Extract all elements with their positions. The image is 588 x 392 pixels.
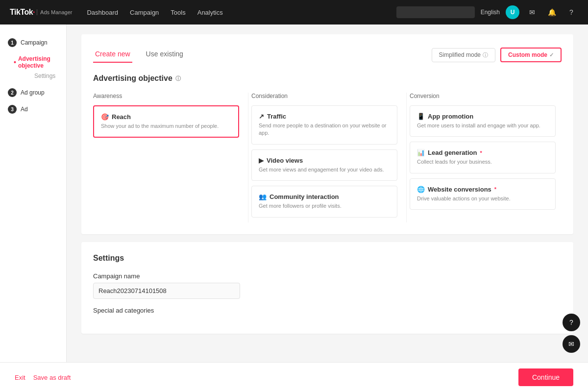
- lead-gen-icon: 📊: [417, 149, 425, 156]
- website-conv-title: 🌐 Website conversions *: [417, 186, 548, 193]
- tab-use-existing[interactable]: Use existing: [144, 46, 185, 63]
- col-divider-1: [248, 93, 248, 222]
- consideration-header: Consideration: [251, 93, 403, 99]
- reach-desc: Show your ad to the maximum number of pe…: [101, 122, 231, 130]
- community-icon: 👥: [259, 193, 267, 200]
- reach-icon: 🎯: [101, 113, 109, 121]
- nav-right: English U ✉ 🔔 ?: [396, 5, 578, 19]
- lead-gen-title: 📊 Lead generation *: [417, 149, 548, 156]
- logo-dot: ·: [33, 8, 35, 16]
- step-label-ad: Ad: [21, 106, 28, 113]
- floating-buttons: ? ✉: [563, 314, 580, 353]
- website-conv-icon: 🌐: [417, 186, 425, 193]
- campaign-name-input[interactable]: [93, 283, 240, 299]
- step-label-adgroup: Ad group: [21, 89, 45, 96]
- settings-title: Settings: [93, 254, 562, 263]
- mode-buttons: Simplified mode ⓘ Custom mode ✓: [432, 48, 562, 62]
- custom-info-icon: ✓: [549, 52, 554, 58]
- step-number-3: 3: [8, 105, 17, 114]
- obj-title-info-icon: ⓘ: [175, 75, 181, 82]
- obj-card-website-conv[interactable]: 🌐 Website conversions * Drive valuable a…: [410, 178, 556, 210]
- obj-card-community[interactable]: 👥 Community interaction Get more followe…: [251, 186, 397, 217]
- consideration-column: Consideration ↗ Traffic Send more people…: [251, 93, 403, 222]
- logo: TikTok· Ads Manager: [10, 8, 72, 17]
- obj-card-lead-gen[interactable]: 📊 Lead generation * Collect leads for yo…: [410, 142, 556, 173]
- simplified-mode-button[interactable]: Simplified mode ⓘ: [432, 48, 495, 62]
- logo-ads-manager: Ads Manager: [37, 9, 72, 15]
- simplified-mode-label: Simplified mode: [439, 51, 481, 58]
- traffic-desc: Send more people to a destination on you…: [259, 122, 390, 137]
- community-desc: Get more followers or profile visits.: [259, 202, 390, 210]
- nav-menu: Dashboard Campaign Tools Analytics: [87, 9, 396, 16]
- website-conv-req-badge: *: [494, 186, 496, 192]
- nav-tools[interactable]: Tools: [171, 9, 185, 16]
- mail-icon[interactable]: ✉: [525, 5, 539, 19]
- tabs: Create new Use existing: [93, 46, 197, 62]
- video-views-title: ▶ Video views: [259, 157, 390, 164]
- sidebar-step-ad[interactable]: 3 Ad: [0, 101, 66, 118]
- help-icon[interactable]: ?: [564, 5, 578, 19]
- video-views-icon: ▶: [259, 157, 264, 164]
- simplified-info-icon: ⓘ: [483, 51, 488, 59]
- special-ad-group: Special ad categories: [93, 307, 562, 314]
- awareness-header: Awareness: [93, 93, 245, 99]
- lead-gen-desc: Collect leads for your business.: [417, 158, 548, 166]
- step-number-1: 1: [8, 38, 17, 47]
- community-title: 👥 Community interaction: [259, 193, 390, 200]
- main-content: Create new Use existing Simplified mode …: [67, 24, 588, 392]
- custom-mode-label: Custom mode: [508, 51, 547, 58]
- continue-button[interactable]: Continue: [518, 368, 573, 386]
- app-body: 1 Campaign Advertising objective Setting…: [0, 24, 588, 392]
- step-label-campaign: Campaign: [21, 39, 48, 46]
- logo-tiktok: TikTok·: [10, 8, 35, 17]
- search-input[interactable]: [396, 6, 475, 18]
- save-draft-button[interactable]: Save as draft: [33, 374, 71, 381]
- tab-create-new[interactable]: Create new: [93, 46, 132, 63]
- reach-title: 🎯 Reach: [101, 113, 231, 121]
- obj-card-reach[interactable]: 🎯 Reach Show your ad to the maximum numb…: [93, 105, 239, 138]
- app-promo-title: 📱 App promotion: [417, 113, 548, 120]
- col-divider-2: [406, 93, 407, 222]
- sidebar-step-campaign[interactable]: 1 Campaign: [0, 34, 66, 51]
- settings-card: Settings Campaign name Special ad catego…: [81, 242, 573, 334]
- conversion-column: Conversion 📱 App promotion Get more user…: [410, 93, 562, 222]
- footer-bar: Exit Save as draft Continue: [0, 362, 588, 392]
- step-number-2: 2: [8, 88, 17, 97]
- traffic-icon: ↗: [259, 113, 264, 120]
- floating-chat-button[interactable]: ✉: [563, 335, 580, 353]
- nav-analytics[interactable]: Analytics: [197, 9, 223, 16]
- sidebar-sub-campaign: Advertising objective Settings: [0, 51, 66, 84]
- tabs-mode-row: Create new Use existing Simplified mode …: [93, 46, 562, 62]
- app-promo-icon: 📱: [417, 113, 425, 120]
- conversion-header: Conversion: [410, 93, 562, 99]
- video-views-desc: Get more views and engagement for your v…: [259, 166, 390, 173]
- sidebar-item-settings[interactable]: Settings: [14, 71, 58, 81]
- custom-mode-button[interactable]: Custom mode ✓: [500, 48, 562, 62]
- campaign-name-label: Campaign name: [93, 272, 562, 280]
- app-promo-desc: Get more users to install and engage wit…: [417, 122, 548, 129]
- avatar[interactable]: U: [506, 5, 519, 19]
- advertising-objective-title: Advertising objective ⓘ: [93, 74, 562, 83]
- objective-columns: Awareness 🎯 Reach Show your ad to the ma…: [93, 93, 562, 222]
- bell-icon[interactable]: 🔔: [545, 5, 559, 19]
- campaign-name-group: Campaign name: [93, 272, 562, 299]
- top-navigation: TikTok· Ads Manager Dashboard Campaign T…: [0, 0, 588, 24]
- nav-campaign[interactable]: Campaign: [130, 9, 159, 16]
- exit-button[interactable]: Exit: [15, 374, 25, 381]
- sidebar: 1 Campaign Advertising objective Setting…: [0, 24, 67, 392]
- objective-card: Create new Use existing Simplified mode …: [81, 34, 573, 234]
- traffic-title: ↗ Traffic: [259, 113, 390, 120]
- language-select[interactable]: English: [481, 9, 500, 16]
- special-ad-label: Special ad categories: [93, 307, 562, 314]
- website-conv-desc: Drive valuable actions on your website.: [417, 195, 548, 202]
- sidebar-item-advertising-objective[interactable]: Advertising objective: [14, 54, 58, 71]
- obj-card-video-views[interactable]: ▶ Video views Get more views and engagem…: [251, 149, 397, 181]
- obj-card-traffic[interactable]: ↗ Traffic Send more people to a destinat…: [251, 105, 397, 145]
- sidebar-step-adgroup[interactable]: 2 Ad group: [0, 84, 66, 101]
- lead-gen-req-badge: *: [480, 150, 482, 156]
- floating-help-button[interactable]: ?: [563, 314, 580, 331]
- obj-card-app-promotion[interactable]: 📱 App promotion Get more users to instal…: [410, 105, 556, 137]
- awareness-column: Awareness 🎯 Reach Show your ad to the ma…: [93, 93, 245, 222]
- nav-dashboard[interactable]: Dashboard: [87, 9, 118, 16]
